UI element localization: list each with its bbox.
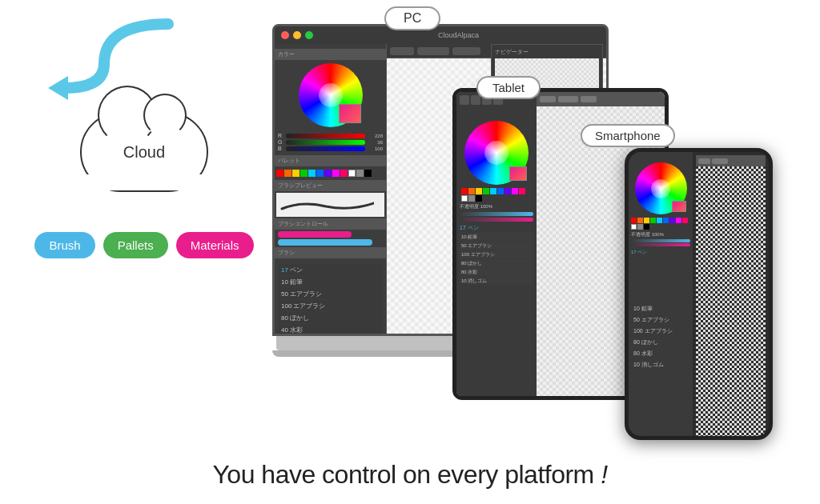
maximize-button-icon	[305, 31, 313, 39]
size-slider-bar[interactable]	[278, 231, 352, 238]
tablet-swatch[interactable]	[461, 188, 468, 194]
toolbar-btn[interactable]	[417, 47, 449, 55]
brush-item-airbrush1[interactable]: 50 エアブラシ	[278, 288, 383, 299]
pallets-badge[interactable]: Pallets	[103, 232, 168, 258]
phone-brush-ab1[interactable]: 50 エアブラシ	[631, 315, 690, 325]
bottom-text-em: !	[601, 460, 607, 489]
tablet-swatch[interactable]	[468, 195, 475, 202]
minimize-button-icon	[293, 31, 301, 39]
brush-stroke-preview	[278, 197, 374, 213]
tablet-swatch[interactable]	[461, 195, 468, 202]
tablet-brush-item[interactable]: 80 水彩	[460, 268, 533, 276]
phone-opacity-label: 不透明度 100%	[631, 231, 690, 238]
tablet-swatch[interactable]	[476, 195, 482, 202]
phone-swatch[interactable]	[663, 218, 669, 223]
phone-swatch[interactable]	[644, 224, 649, 230]
swatch-white[interactable]	[348, 170, 356, 177]
tablet-swatch[interactable]	[490, 188, 496, 194]
b-slider[interactable]	[286, 146, 365, 151]
tablet-size-slider[interactable]	[460, 218, 533, 222]
materials-badge[interactable]: Materials	[176, 232, 254, 258]
phone-brush-pencil[interactable]: 10 鉛筆	[631, 304, 690, 314]
phone-toolbar-item[interactable]	[698, 158, 710, 164]
phone-swatch[interactable]	[676, 218, 681, 223]
phone-swatch[interactable]	[637, 218, 643, 223]
phone-toolbar-item[interactable]	[712, 158, 728, 164]
opacity-slider-bar[interactable]	[278, 239, 372, 246]
swatch-black[interactable]	[364, 170, 372, 177]
tablet-swatch[interactable]	[483, 188, 489, 194]
r-label: R	[278, 133, 284, 138]
tablet-opacity-slider[interactable]	[460, 212, 533, 216]
tablet-topbar	[537, 92, 665, 106]
toolbar-item[interactable]	[558, 96, 578, 102]
pc-label-text: PC	[404, 11, 421, 25]
r-slider[interactable]	[286, 134, 365, 138]
phone-brush-list: 10 鉛筆 50 エアブラシ 100 エアブラシ 80 ぼかし 80 水彩 10…	[631, 304, 690, 370]
swatch-violet[interactable]	[324, 170, 332, 177]
tablet-brush-item[interactable]: 50 エアブラシ	[460, 242, 533, 250]
toolbar-btn[interactable]	[390, 47, 414, 55]
tablet-swatches	[461, 188, 532, 202]
tablet-swatch[interactable]	[497, 188, 504, 194]
tablet-brush-item[interactable]: 80 ぼかし	[460, 259, 533, 267]
toolbar-item[interactable]	[540, 96, 556, 102]
phone-swatch[interactable]	[631, 218, 637, 223]
tablet-wheel-center	[484, 141, 508, 165]
tablet-opacity-label: 不透明度 100%	[460, 203, 533, 210]
swatch-yellow[interactable]	[292, 170, 299, 177]
tablet-swatch[interactable]	[476, 188, 482, 194]
r-slider-row: R 228	[278, 133, 383, 138]
phone-brush-eraser[interactable]: 10 消しゴム	[631, 360, 690, 370]
tablet-brush-item[interactable]: 100 エアブラシ	[460, 250, 533, 258]
swatch-pink[interactable]	[340, 170, 348, 177]
phone-swatches	[631, 218, 690, 230]
tablet-swatch[interactable]	[468, 188, 475, 194]
toolbar-btn[interactable]	[452, 47, 480, 55]
tool-icon[interactable]	[460, 95, 469, 105]
swatch-gray[interactable]	[356, 170, 364, 177]
phone-color-wheel	[635, 162, 687, 214]
phone-brush-blur[interactable]: 80 ぼかし	[631, 338, 690, 347]
brush-item-watercolor[interactable]: 40 水彩	[278, 324, 383, 335]
swatch-red[interactable]	[276, 170, 283, 177]
brush-name: エアブラシ	[290, 290, 322, 298]
brush-item-pencil[interactable]: 10 鉛筆	[278, 276, 383, 287]
color-preview	[339, 104, 361, 123]
phone-swatch[interactable]	[650, 218, 656, 223]
g-slider[interactable]	[286, 140, 365, 145]
brush-item-airbrush2[interactable]: 100 エアブラシ	[278, 300, 383, 311]
brush-item-pen[interactable]: 17 ペン	[278, 264, 383, 275]
brush-list: 17 ペン 10 鉛筆 50 エアブラシ 100 エアブラシ	[275, 260, 386, 336]
phone-toolbar	[696, 155, 766, 166]
tablet-swatch[interactable]	[519, 188, 525, 194]
phone-size-slider[interactable]	[631, 243, 690, 246]
phone-swatch[interactable]	[669, 218, 675, 223]
tablet-brush-item[interactable]: 10 鉛筆	[460, 233, 533, 241]
phone-swatch[interactable]	[637, 224, 643, 230]
svg-marker-0	[48, 76, 68, 100]
tablet-brush-item[interactable]: 10 消しゴム	[460, 277, 533, 285]
phone-opacity-slider[interactable]	[631, 239, 690, 242]
phone-brush-ab2[interactable]: 100 エアブラシ	[631, 326, 690, 336]
toolbar-item[interactable]	[581, 96, 597, 102]
phone-swatch[interactable]	[631, 224, 637, 230]
phone-swatch[interactable]	[682, 218, 688, 223]
tool-icon[interactable]	[471, 95, 480, 105]
brush-badge[interactable]: Brush	[34, 232, 94, 258]
brush-list-title: ブラシ	[275, 247, 386, 258]
swatch-green[interactable]	[300, 170, 308, 177]
g-label: G	[278, 139, 284, 145]
phone-brush-water[interactable]: 80 水彩	[631, 349, 690, 358]
smartphone-frame: 不透明度 100% 17 ペン 10 鉛筆 50 エアブラシ 100 エアブラシ…	[625, 148, 773, 440]
swatch-magenta[interactable]	[332, 170, 340, 177]
phone-swatch[interactable]	[657, 218, 662, 223]
tablet-swatch[interactable]	[512, 188, 518, 194]
cloud-label: Cloud	[123, 143, 165, 162]
swatch-orange[interactable]	[284, 170, 291, 177]
swatch-blue[interactable]	[316, 170, 324, 177]
brush-item-blur[interactable]: 80 ぼかし	[278, 312, 383, 323]
swatch-cyan[interactable]	[308, 170, 316, 177]
tablet-swatch[interactable]	[504, 188, 511, 194]
phone-swatch[interactable]	[644, 218, 649, 223]
